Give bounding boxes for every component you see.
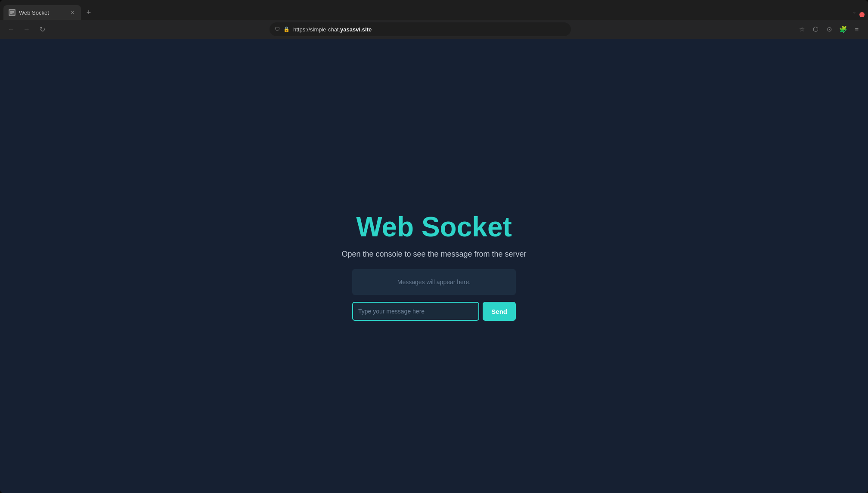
chat-input-row: Send (352, 302, 516, 321)
reload-button[interactable]: ↻ (36, 23, 48, 35)
messages-display: Messages will appear here. (352, 269, 516, 295)
tab-bar: Web Socket × + ˅ (0, 0, 868, 20)
toolbar-actions: ☆ ⬡ ⊙ 🧩 ≡ (796, 23, 863, 35)
shield-icon: 🛡 (275, 26, 280, 32)
menu-button[interactable]: ≡ (851, 23, 863, 35)
extensions-button[interactable]: 🧩 (837, 23, 849, 35)
address-display: https://simple-chat.yasasvi.site (293, 26, 566, 33)
svg-rect-2 (10, 12, 14, 13)
browser-window: Web Socket × + ˅ ← → ↻ 🛡 🔒 https://simpl… (0, 0, 868, 493)
back-button[interactable]: ← (5, 23, 17, 35)
address-domain: yasasvi.site (340, 26, 372, 33)
page-subtitle: Open the console to see the message from… (341, 250, 526, 259)
bookmark-button[interactable]: ☆ (796, 23, 808, 35)
message-input[interactable] (352, 302, 479, 321)
address-bar: ← → ↻ 🛡 🔒 https://simple-chat.yasasvi.si… (0, 20, 868, 39)
send-button[interactable]: Send (483, 302, 516, 321)
tab-title: Web Socket (19, 9, 65, 16)
tab-bar-right-controls: ˅ (853, 11, 865, 20)
address-input-container[interactable]: 🛡 🔒 https://simple-chat.yasasvi.site (270, 22, 571, 36)
forward-button[interactable]: → (21, 23, 33, 35)
new-tab-button[interactable]: + (83, 6, 95, 19)
lock-icon: 🔒 (283, 26, 290, 32)
active-tab[interactable]: Web Socket × (3, 5, 81, 20)
svg-rect-3 (10, 13, 12, 14)
svg-rect-1 (10, 11, 14, 12)
tab-close-button[interactable]: × (69, 9, 76, 16)
tab-list-chevron-icon[interactable]: ˅ (853, 11, 856, 18)
profile-button[interactable]: ⊙ (823, 23, 835, 35)
messages-placeholder-text: Messages will appear here. (397, 279, 471, 285)
close-window-button[interactable] (859, 12, 865, 17)
page-title: Web Socket (356, 211, 512, 243)
pocket-button[interactable]: ⬡ (809, 23, 822, 35)
tab-favicon (9, 9, 16, 16)
page-content: Web Socket Open the console to see the m… (0, 39, 868, 493)
